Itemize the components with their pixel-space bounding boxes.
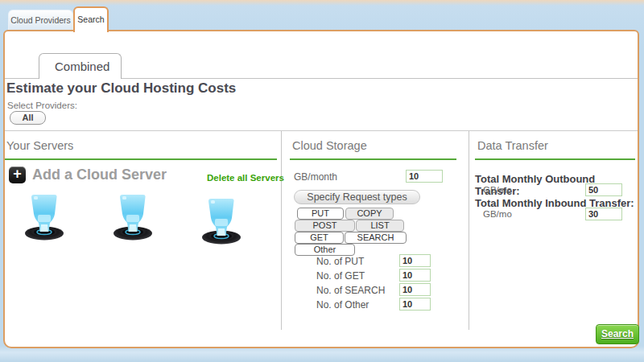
all-providers-button[interactable]: All [10, 111, 46, 125]
tab-combined[interactable]: Combined [39, 53, 122, 79]
request-type-get-button[interactable]: GET [295, 232, 344, 244]
request-type-copy-button[interactable]: COPY [345, 208, 394, 220]
no-of-put-label: No. of PUT [316, 256, 364, 267]
request-type-search-button[interactable]: SEARCH [345, 232, 407, 244]
outbound-unit-label: GB/mo [483, 185, 512, 195]
cloud-server-icon[interactable] [109, 192, 156, 241]
tab-search[interactable]: Search [73, 6, 109, 32]
column-divider [469, 131, 469, 330]
no-of-get-label: No. of GET [316, 270, 365, 282]
transfer-section-title: Data Transfer [477, 139, 548, 152]
select-providers-label: Select Providers: [7, 101, 77, 110]
servers-underline [5, 158, 277, 160]
search-submit-button[interactable]: Search [596, 324, 639, 344]
header-divider [5, 130, 638, 131]
no-of-search-input[interactable] [399, 283, 431, 296]
no-of-put-input[interactable] [399, 254, 431, 267]
storage-underline [290, 158, 456, 160]
inbound-transfer-input[interactable] [585, 208, 622, 220]
tab-cloud-providers[interactable]: Cloud Providers [8, 10, 73, 30]
cloud-server-icon[interactable] [21, 192, 68, 241]
page-title: Estimate your Cloud Hosting Costs [6, 80, 236, 97]
column-divider [281, 131, 282, 330]
request-type-list-button[interactable]: LIST [356, 220, 404, 232]
no-of-other-label: No. of Other [316, 299, 369, 311]
transfer-underline [475, 158, 635, 160]
gb-month-label: GB/month [294, 171, 337, 183]
request-type-put-button[interactable]: PUT [297, 208, 344, 220]
add-server-label[interactable]: Add a Cloud Server [32, 167, 167, 183]
specify-request-types-button[interactable]: Specify Request types [294, 190, 420, 204]
cloud-server-icon[interactable] [198, 196, 245, 245]
request-type-post-button[interactable]: POST [295, 220, 355, 232]
outbound-transfer-input[interactable] [585, 183, 622, 196]
no-of-search-label: No. of SEARCH [316, 285, 385, 296]
storage-section-title: Cloud Storage [292, 139, 367, 152]
gb-month-input[interactable] [406, 170, 443, 183]
add-server-plus-icon[interactable]: + [9, 167, 26, 183]
main-panel: Combined Estimate your Cloud Hosting Cos… [3, 30, 639, 348]
request-type-other-button[interactable]: Other [295, 244, 355, 256]
servers-section-title: Your Servers [6, 139, 73, 152]
no-of-get-input[interactable] [399, 269, 431, 282]
delete-all-servers-link[interactable]: Delete all Servers [207, 173, 284, 183]
no-of-other-input[interactable] [399, 298, 431, 311]
inbound-unit-label: GB/mo [483, 209, 512, 219]
